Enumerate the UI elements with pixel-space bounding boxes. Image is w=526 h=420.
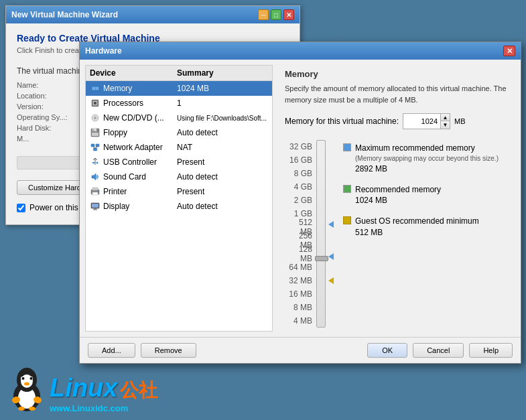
scale-16gb: 16 GB [285,153,315,167]
device-row-cddvd[interactable]: New CD/DVD (... Using file F:\Downloads\… [86,111,272,125]
spin-buttons: ▲ ▼ [440,114,450,129]
processors-icon [90,98,101,109]
svg-rect-1 [92,87,94,90]
rec-color-swatch [343,185,351,193]
memory-value-input[interactable] [403,114,440,129]
field-name-label: Name: [17,81,77,89]
memory-panel: Memory Specify the amount of memory allo… [278,65,515,332]
hw-footer-left: Add... Remove [88,343,196,358]
svg-point-36 [22,377,25,380]
svg-rect-13 [92,133,98,136]
hw-title: Hardware [85,46,122,56]
brand-sub-text: www.Linuxidc.com [50,403,157,413]
memory-scale: 32 GB 16 GB 8 GB 4 GB 2 GB 1 GB 512 MB 2… [285,140,315,328]
blue-arrow-top [328,221,334,228]
memory-description: Specify the amount of memory allocated t… [285,83,509,105]
svg-point-9 [94,117,96,119]
device-row-floppy[interactable]: Floppy Auto detect [86,125,272,140]
spin-down-button[interactable]: ▼ [440,121,450,129]
remove-button[interactable]: Remove [141,343,196,358]
minimize-button[interactable]: ─ [258,9,269,20]
svg-rect-14 [91,144,94,147]
legend-guest-min: Guest OS recommended minimum 512 MB [343,216,499,238]
brand-accent-text: 公社 [120,378,157,403]
device-summary-usb: Present [177,157,268,167]
device-summary-floppy: Auto detect [177,128,268,137]
hw-titlebar: Hardware ✕ [80,42,521,60]
rec-value: 1024 MB [355,195,441,206]
add-button[interactable]: Add... [88,343,135,358]
device-name-floppy: Floppy [103,128,177,137]
max-rec-sublabel: (Memory swapping may occur beyond this s… [355,154,499,163]
device-row-sound[interactable]: Sound Card Auto detect [86,169,272,184]
field-version-label: Version: [17,102,77,111]
power-on-checkbox[interactable] [17,204,25,212]
device-row-printer[interactable]: Printer Present [86,184,272,199]
slider-scale-track: 32 GB 16 GB 8 GB 4 GB 2 GB 1 GB 512 MB 2… [285,140,336,328]
memory-slider-area: 32 GB 16 GB 8 GB 4 GB 2 GB 1 GB 512 MB 2… [285,140,509,328]
svg-point-38 [24,382,29,386]
slider-track-wrapper [316,140,336,328]
svg-line-17 [93,147,96,148]
close-button[interactable]: ✕ [283,9,294,20]
legend-rec-text: Recommended memory 1024 MB [355,184,441,207]
device-summary-network: NAT [177,143,268,152]
svg-rect-2 [94,87,96,90]
help-button[interactable]: Help [469,343,513,358]
slider-track[interactable] [316,140,326,328]
sound-icon [90,171,101,182]
device-row-memory[interactable]: Memory 1024 MB [86,81,272,96]
device-table-header: Device Summary [86,66,272,81]
memory-legend: Maximum recommended memory (Memory swapp… [343,140,499,328]
device-summary-memory: 1024 MB [177,84,268,93]
summary-col-header: Summary [177,68,268,78]
device-row-display[interactable]: Display Auto detect [86,199,272,214]
maximize-button[interactable]: □ [271,9,281,20]
device-col-header: Device [90,68,177,78]
memory-spinbox[interactable]: ▲ ▼ [403,113,450,129]
floppy-icon [90,127,101,138]
display-icon [90,201,101,212]
wizard-title-buttons: ─ □ ✕ [258,9,294,20]
device-row-network[interactable]: Network Adapter NAT [86,140,272,155]
cancel-button[interactable]: Cancel [413,343,464,358]
device-row-processors[interactable]: Processors 1 [86,96,272,111]
rec-arrow-icon [328,253,334,260]
network-icon [90,142,101,153]
svg-rect-29 [93,210,97,210]
svg-point-33 [21,374,33,388]
device-name-network: Network Adapter [103,143,177,152]
scale-32mb: 32 MB [285,274,315,287]
usb-icon [90,157,101,167]
svg-rect-7 [94,102,96,104]
hardware-dialog: Hardware ✕ Device Summary Memory 1024 MB [79,42,521,364]
scale-64mb: 64 MB [285,261,315,274]
svg-rect-24 [92,192,98,195]
blue-arrow-mid [328,253,334,260]
penguin-icon [7,366,47,413]
device-name-sound: Sound Card [103,172,177,182]
hw-footer: Add... Remove OK Cancel Help [80,337,521,363]
scale-8mb: 8 MB [285,301,315,314]
svg-rect-15 [96,144,99,147]
field-location-label: Location: [17,92,77,100]
device-name-display: Display [103,202,177,211]
legend-rec: Recommended memory 1024 MB [343,184,499,207]
ok-button[interactable]: OK [367,343,407,358]
svg-rect-23 [92,188,98,190]
slider-thumb[interactable] [315,256,328,261]
device-summary-processors: 1 [177,98,268,108]
device-summary-sound: Auto detect [177,172,268,182]
svg-point-37 [30,377,33,380]
max-rec-arrow-icon [328,221,334,228]
memory-panel-title: Memory [285,69,509,79]
svg-rect-12 [93,129,94,131]
svg-point-41 [18,407,25,411]
scale-4gb: 4 GB [285,180,315,194]
svg-marker-21 [92,173,96,180]
wizard-titlebar: New Virtual Machine Wizard ─ □ ✕ [6,6,300,23]
svg-point-42 [29,407,36,411]
device-row-usb[interactable]: USB Controller Present [86,155,272,169]
hw-close-button[interactable]: ✕ [503,46,515,56]
spin-up-button[interactable]: ▲ [440,114,450,121]
